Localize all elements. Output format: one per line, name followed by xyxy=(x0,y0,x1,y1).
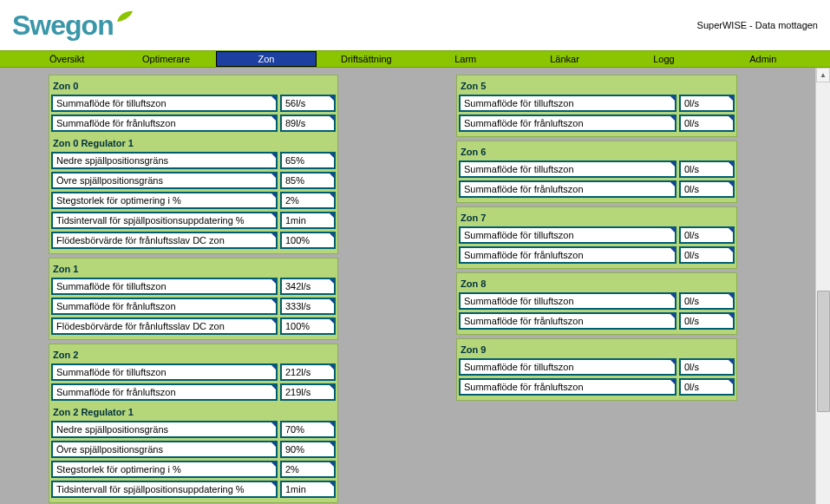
row-label: Tidsintervall för spjällpositionsuppdate… xyxy=(51,481,278,498)
row-value[interactable]: 65% xyxy=(280,152,336,169)
row-value[interactable]: 0l/s xyxy=(679,95,735,112)
scroll-area: Zon 0Summaflöde för tilluftszon56l/sSumm… xyxy=(0,75,830,504)
status-text: SuperWISE - Data mottagen xyxy=(697,20,818,30)
row-value[interactable]: 70% xyxy=(280,421,336,438)
row-value[interactable]: 2% xyxy=(280,192,336,209)
row-value[interactable]: 85% xyxy=(280,172,336,189)
row-label: Summaflöde för frånluftszon xyxy=(459,312,676,330)
nav-logg[interactable]: Logg xyxy=(614,51,713,67)
row-label: Summaflöde för frånluftszon xyxy=(51,115,278,132)
scroll-thumb[interactable] xyxy=(817,291,830,412)
row-value[interactable]: 89l/s xyxy=(280,115,336,132)
zone-title: Zon 8 xyxy=(459,275,735,292)
data-row: Summaflöde för frånluftszon0l/s xyxy=(459,378,735,396)
zone-title: Zon 7 xyxy=(459,209,735,226)
row-value[interactable]: 1min xyxy=(280,481,336,498)
nav-larm[interactable]: Larm xyxy=(416,51,515,67)
logo: Swegon xyxy=(12,10,134,42)
row-value[interactable]: 0l/s xyxy=(679,226,735,244)
app-header: Swegon SuperWISE - Data mottagen xyxy=(0,0,830,50)
row-label: Summaflöde för tilluftszon xyxy=(459,226,676,244)
zone-subtitle: Zon 0 Regulator 1 xyxy=(51,134,336,152)
leaf-icon xyxy=(116,10,134,23)
zone-box: Zon 2Summaflöde för tilluftszon212l/sSum… xyxy=(49,344,338,503)
data-row: Summaflöde för frånluftszon0l/s xyxy=(459,246,735,264)
zone-title: Zon 6 xyxy=(459,143,735,160)
row-value[interactable]: 90% xyxy=(280,441,336,458)
data-row: Flödesbörvärde för frånluftsslav DC zon1… xyxy=(51,317,336,335)
vertical-scrollbar[interactable]: ▲ ▼ xyxy=(815,68,830,504)
row-value[interactable]: 0l/s xyxy=(679,246,735,264)
row-value[interactable]: 333l/s xyxy=(280,298,336,315)
row-label: Summaflöde för tilluftszon xyxy=(51,278,278,295)
data-row: Summaflöde för frånluftszon0l/s xyxy=(459,180,735,198)
row-value[interactable]: 212l/s xyxy=(280,363,336,381)
nav-optimerare[interactable]: Optimerare xyxy=(116,51,215,67)
zone-box: Zon 0Summaflöde för tilluftszon56l/sSumm… xyxy=(49,75,338,254)
row-label: Flödesbörvärde för frånluftsslav DC zon xyxy=(51,317,278,335)
data-row: Summaflöde för frånluftszon219l/s xyxy=(51,383,336,401)
row-value[interactable]: 342l/s xyxy=(280,278,336,295)
data-row: Stegstorlek för optimering i %2% xyxy=(51,461,336,478)
data-row: Nedre spjällpositionsgräns70% xyxy=(51,421,336,438)
row-value[interactable]: 100% xyxy=(280,232,336,249)
row-label: Summaflöde för tilluftszon xyxy=(459,95,676,112)
data-row: Tidsintervall för spjällpositionsuppdate… xyxy=(51,212,336,229)
zone-box: Zon 7Summaflöde för tilluftszon0l/sSumma… xyxy=(456,206,737,269)
zone-box: Zon 9Summaflöde för tilluftszon0l/sSumma… xyxy=(456,338,737,401)
data-row: Summaflöde för frånluftszon89l/s xyxy=(51,115,336,132)
nav-zon[interactable]: Zon xyxy=(216,51,317,67)
row-label: Stegstorlek för optimering i % xyxy=(51,461,278,478)
row-value[interactable]: 219l/s xyxy=(280,383,336,401)
data-row: Summaflöde för tilluftszon0l/s xyxy=(459,358,735,376)
row-value[interactable]: 100% xyxy=(280,317,336,335)
zone-title: Zon 0 xyxy=(51,77,336,95)
content-area: Zon 0Summaflöde för tilluftszon56l/sSumm… xyxy=(0,68,830,504)
zone-title: Zon 9 xyxy=(459,341,735,358)
data-row: Summaflöde för tilluftszon0l/s xyxy=(459,292,735,310)
row-value[interactable]: 0l/s xyxy=(679,160,735,178)
row-label: Summaflöde för tilluftszon xyxy=(51,95,278,112)
row-value[interactable]: 0l/s xyxy=(679,312,735,330)
left-column: Zon 0Summaflöde för tilluftszon56l/sSumm… xyxy=(42,75,345,504)
scroll-up-button[interactable]: ▲ xyxy=(816,68,830,82)
row-label: Summaflöde för tilluftszon xyxy=(459,160,676,178)
row-value[interactable]: 0l/s xyxy=(679,378,735,396)
row-label: Summaflöde för frånluftszon xyxy=(459,246,676,264)
data-row: Tidsintervall för spjällpositionsuppdate… xyxy=(51,481,336,498)
scroll-track[interactable] xyxy=(816,82,830,504)
nav-översikt[interactable]: Översikt xyxy=(17,51,116,67)
row-value[interactable]: 0l/s xyxy=(679,115,735,132)
nav-driftsättning[interactable]: Driftsättning xyxy=(317,51,415,67)
data-row: Nedre spjällpositionsgräns65% xyxy=(51,152,336,169)
row-label: Summaflöde för frånluftszon xyxy=(459,378,676,396)
row-label: Summaflöde för frånluftszon xyxy=(459,115,676,132)
row-value[interactable]: 0l/s xyxy=(679,180,735,198)
data-row: Summaflöde för frånluftszon0l/s xyxy=(459,312,735,330)
row-label: Stegstorlek för optimering i % xyxy=(51,192,278,209)
zone-box: Zon 1Summaflöde för tilluftszon342l/sSum… xyxy=(49,258,338,340)
zone-box: Zon 5Summaflöde för tilluftszon0l/sSumma… xyxy=(456,75,737,137)
row-label: Övre spjällpositionsgräns xyxy=(51,441,278,458)
row-value[interactable]: 1min xyxy=(280,212,336,229)
row-value[interactable]: 56l/s xyxy=(280,95,336,112)
logo-text: Swegon xyxy=(12,10,114,42)
row-value[interactable]: 2% xyxy=(280,461,336,478)
row-value[interactable]: 0l/s xyxy=(679,292,735,310)
navbar: ÖversiktOptimerareZonDriftsättningLarmLä… xyxy=(0,50,830,68)
data-row: Summaflöde för tilluftszon0l/s xyxy=(459,226,735,244)
data-row: Summaflöde för frånluftszon333l/s xyxy=(51,298,336,315)
row-label: Flödesbörvärde för frånluftsslav DC zon xyxy=(51,232,278,249)
row-value[interactable]: 0l/s xyxy=(679,358,735,376)
data-row: Stegstorlek för optimering i %2% xyxy=(51,192,336,209)
nav-länkar[interactable]: Länkar xyxy=(515,51,614,67)
zone-title: Zon 5 xyxy=(459,77,735,95)
zone-title: Zon 2 xyxy=(51,346,336,363)
data-row: Summaflöde för tilluftszon0l/s xyxy=(459,160,735,178)
data-row: Flödesbörvärde för frånluftsslav DC zon1… xyxy=(51,232,336,249)
row-label: Tidsintervall för spjällpositionsuppdate… xyxy=(51,212,278,229)
row-label: Nedre spjällpositionsgräns xyxy=(51,152,278,169)
nav-admin[interactable]: Admin xyxy=(714,51,813,67)
data-row: Summaflöde för tilluftszon212l/s xyxy=(51,363,336,381)
zone-box: Zon 8Summaflöde för tilluftszon0l/sSumma… xyxy=(456,272,737,335)
